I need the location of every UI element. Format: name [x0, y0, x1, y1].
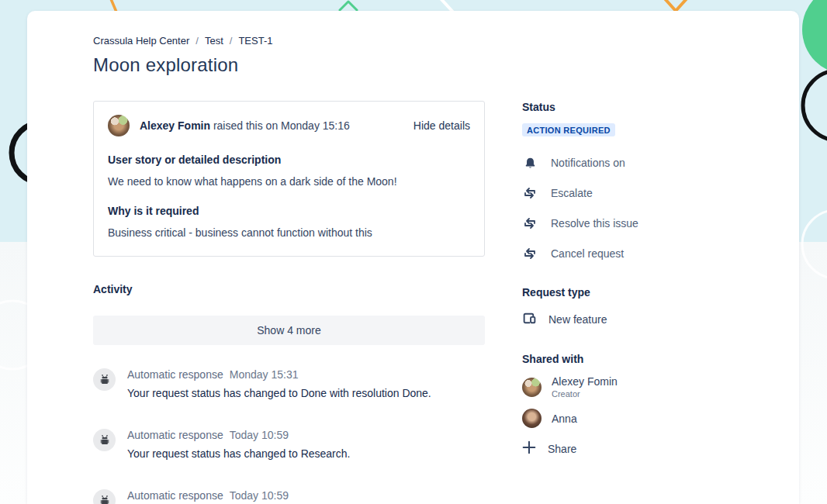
notifications-toggle-button[interactable]: Notifications on [522, 155, 755, 171]
resolve-issue-button[interactable]: Resolve this issue [522, 216, 755, 231]
cancel-request-button[interactable]: Cancel request [522, 246, 755, 261]
transition-arrows-icon [522, 185, 538, 201]
activity-timestamp: Monday 15:31 [230, 368, 299, 381]
transition-arrows-icon [522, 216, 538, 231]
activity-message: Your request status has changed to Resea… [127, 447, 350, 460]
activity-item-header: Automatic responseToday 10:59 [127, 429, 350, 441]
bell-icon [522, 155, 538, 171]
activity-author: Automatic response [127, 489, 223, 502]
action-label: Notifications on [551, 157, 625, 169]
raised-time-text: raised this on Monday 15:16 [210, 119, 350, 132]
new-feature-icon [522, 311, 537, 328]
field-label: Why is it required [108, 205, 470, 217]
status-badge: ACTION REQUIRED [522, 123, 615, 136]
breadcrumb-separator: / [230, 35, 233, 47]
transition-arrows-icon [522, 246, 538, 261]
shared-with-section: Shared with Alexey Fomin Creator Anna [522, 353, 755, 457]
field-value: Business critical - business cannot func… [108, 226, 470, 239]
request-details-card: Alexey Fomin raised this on Monday 15:16… [93, 101, 485, 257]
reason-field: Why is it required Business critical - b… [108, 205, 470, 239]
person-name: Alexey Fomin [552, 375, 618, 388]
person-name: Anna [552, 413, 577, 425]
sidebar-actions: Notifications on Escalate [522, 155, 755, 261]
activity-item-header: Automatic responseToday 10:59 [127, 489, 376, 502]
automation-robot-icon [93, 489, 116, 504]
breadcrumb-help-center-link[interactable]: Crassula Help Center [93, 35, 189, 47]
field-label: User story or detailed description [108, 154, 470, 166]
activity-timestamp: Today 10:59 [230, 489, 289, 502]
automation-robot-icon [93, 429, 116, 451]
activity-item: Automatic responseToday 10:59 Your reque… [93, 429, 485, 460]
breadcrumb-separator: / [196, 35, 199, 47]
action-label: Escalate [551, 187, 593, 199]
description-field: User story or detailed description We ne… [108, 154, 470, 188]
breadcrumb: Crassula Help Center / Test / TEST-1 [93, 35, 799, 47]
shared-person-row: Alexey Fomin Creator [522, 375, 755, 399]
escalate-button[interactable]: Escalate [522, 185, 755, 201]
person-role: Creator [552, 389, 618, 399]
request-main-column: Alexey Fomin raised this on Monday 15:16… [93, 101, 485, 504]
activity-message: Your request status has changed to Done … [127, 387, 431, 399]
activity-heading: Activity [93, 283, 485, 295]
page: Crassula Help Center / Test / TEST-1 Moo… [0, 0, 827, 504]
activity-author: Automatic response [127, 429, 223, 441]
breadcrumb-project-link[interactable]: Test [205, 35, 223, 47]
activity-item-header: Automatic responseMonday 15:31 [127, 368, 431, 381]
activity-item: Automatic responseMonday 15:31 Your requ… [93, 368, 485, 399]
main-content-card: Crassula Help Center / Test / TEST-1 Moo… [27, 11, 799, 504]
field-value: We need to know what happens on a dark s… [108, 175, 470, 188]
person-avatar [522, 378, 542, 397]
activity-timestamp: Today 10:59 [230, 429, 289, 441]
shared-person-row: Anna [522, 409, 755, 428]
page-title: Moon exploration [93, 54, 799, 76]
request-type-section: Request type New feature [522, 286, 755, 328]
breadcrumb-issue-link[interactable]: TEST-1 [238, 35, 272, 47]
reporter-name: Alexey Fomin [140, 119, 210, 132]
raised-by-text: Alexey Fomin raised this on Monday 15:16 [140, 119, 414, 132]
action-label: Cancel request [551, 247, 624, 260]
action-label: Resolve this issue [551, 217, 638, 230]
activity-author: Automatic response [127, 368, 223, 381]
status-heading: Status [522, 101, 755, 113]
request-details-header: Alexey Fomin raised this on Monday 15:16… [108, 115, 470, 136]
reporter-avatar [108, 115, 130, 136]
person-avatar [522, 409, 542, 428]
show-more-button[interactable]: Show 4 more [93, 316, 485, 345]
hide-details-button[interactable]: Hide details [414, 119, 470, 132]
automation-robot-icon [93, 368, 116, 391]
request-type-value: New feature [548, 313, 607, 326]
activity-item: Automatic responseToday 10:59 Your reque… [93, 489, 485, 504]
plus-icon [522, 440, 536, 457]
shared-with-heading: Shared with [522, 353, 755, 365]
share-label: Share [548, 443, 576, 455]
request-type-heading: Request type [522, 286, 755, 299]
request-sidebar: Status ACTION REQUIRED Notifications on [522, 101, 755, 504]
request-type-value-row: New feature [522, 311, 755, 328]
share-button[interactable]: Share [522, 440, 755, 457]
